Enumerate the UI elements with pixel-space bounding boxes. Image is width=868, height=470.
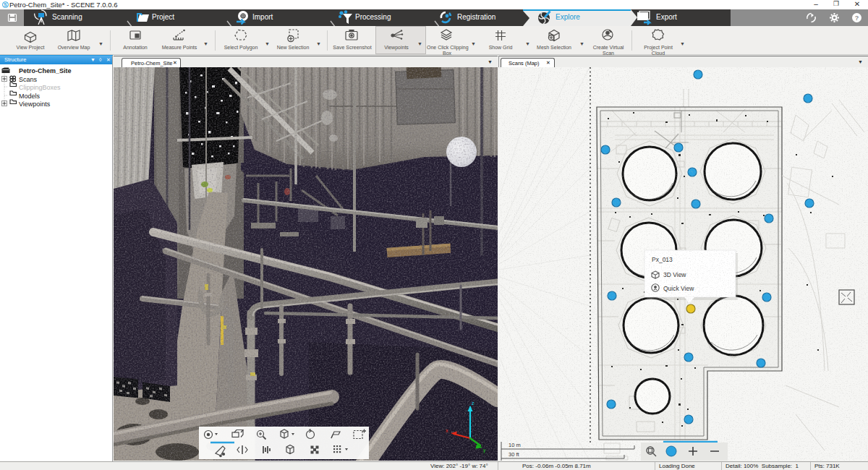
svg-text:10 m: 10 m xyxy=(509,442,521,448)
svg-text:y: y xyxy=(483,448,486,453)
svg-text:?: ? xyxy=(855,14,859,22)
svg-text:z: z xyxy=(472,401,475,406)
svg-text:x: x xyxy=(446,428,448,433)
svg-text:30 ft: 30 ft xyxy=(509,451,520,458)
